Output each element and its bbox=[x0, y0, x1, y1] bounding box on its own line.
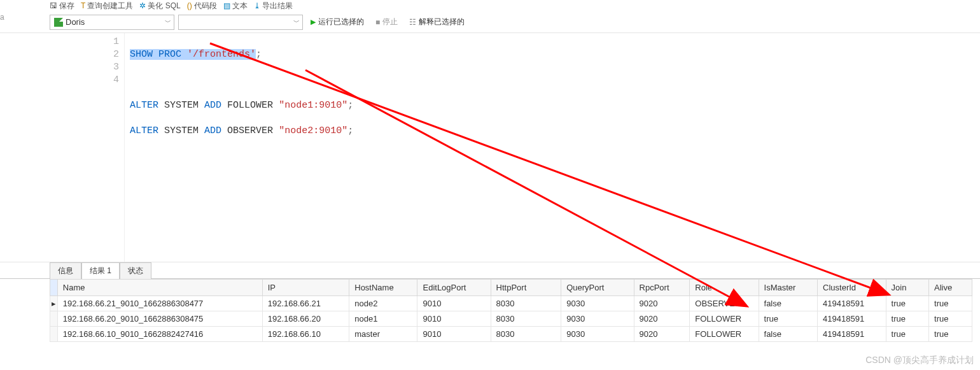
beautify-sql-button[interactable]: ✲美化 SQL bbox=[139, 1, 180, 11]
cell-editlogport[interactable]: 9010 bbox=[417, 327, 491, 342]
text-button[interactable]: ▤文本 bbox=[223, 1, 248, 11]
watermark: CSDN @顶尖高手养成计划 bbox=[865, 355, 974, 366]
col-alive[interactable]: Alive bbox=[929, 280, 972, 296]
save-button[interactable]: 🖫保存 bbox=[50, 1, 74, 11]
code-area[interactable]: SHOW PROC '/frontends'; ALTER SYSTEM ADD… bbox=[125, 33, 980, 262]
cell-join[interactable]: true bbox=[886, 311, 928, 327]
schema-combo[interactable]: ﹀ bbox=[178, 15, 303, 30]
sparkle-icon: ✲ bbox=[139, 1, 146, 10]
row-indicator-header bbox=[50, 280, 58, 296]
cell-queryport[interactable]: 9030 bbox=[561, 327, 634, 342]
cell-clusterid[interactable]: 419418591 bbox=[818, 296, 886, 311]
stop-button[interactable]: ■ 停止 bbox=[372, 17, 402, 27]
cell-ismaster[interactable]: true bbox=[759, 311, 818, 327]
cell-queryport[interactable]: 9030 bbox=[561, 311, 634, 327]
cell-join[interactable]: true bbox=[886, 296, 928, 311]
col-ismaster[interactable]: IsMaster bbox=[759, 280, 818, 296]
col-name[interactable]: Name bbox=[57, 280, 262, 296]
tab-info[interactable]: 信息 bbox=[50, 262, 81, 279]
col-join[interactable]: Join bbox=[886, 280, 928, 296]
cell-name[interactable]: 192.168.66.10_9010_1662882427416 bbox=[57, 327, 262, 342]
chevron-down-icon: ﹀ bbox=[293, 18, 300, 27]
col-httpport[interactable]: HttpPort bbox=[491, 280, 561, 296]
database-value: Doris bbox=[66, 17, 85, 27]
cell-ip[interactable]: 192.168.66.10 bbox=[262, 327, 349, 342]
tab-status[interactable]: 状态 bbox=[120, 262, 151, 279]
col-hostname[interactable]: HostName bbox=[349, 280, 417, 296]
cell-join[interactable]: true bbox=[886, 327, 928, 342]
cell-clusterid[interactable]: 419418591 bbox=[818, 327, 886, 342]
cell-editlogport[interactable]: 9010 bbox=[417, 296, 491, 311]
cell-rpcport[interactable]: 9020 bbox=[634, 311, 690, 327]
cell-rpcport[interactable]: 9020 bbox=[634, 296, 690, 311]
cell-httpport[interactable]: 8030 bbox=[491, 327, 561, 342]
tool-icon: T bbox=[81, 1, 85, 10]
col-role[interactable]: Role bbox=[690, 280, 759, 296]
row-indicator bbox=[50, 327, 58, 342]
cell-alive[interactable]: true bbox=[929, 327, 972, 342]
truncated-sidebar-text: a bbox=[0, 13, 4, 22]
cell-role[interactable]: OBSERVER bbox=[690, 296, 759, 311]
db-icon bbox=[54, 18, 63, 27]
database-combo[interactable]: Doris ﹀ bbox=[50, 15, 174, 30]
save-icon: 🖫 bbox=[50, 1, 57, 10]
query-builder-button[interactable]: T查询创建工具 bbox=[81, 1, 133, 11]
explain-icon: ☷ bbox=[409, 18, 416, 27]
braces-icon: () bbox=[187, 1, 192, 10]
stop-icon: ■ bbox=[375, 18, 380, 27]
cell-clusterid[interactable]: 419418591 bbox=[818, 311, 886, 327]
col-ip[interactable]: IP bbox=[262, 280, 349, 296]
selection-toolbar: Doris ﹀ ﹀ ▶ 运行已选择的 ■ 停止 ☷ 解释已选择的 bbox=[0, 11, 980, 33]
cell-rpcport[interactable]: 9020 bbox=[634, 327, 690, 342]
col-editlogport[interactable]: EditLogPort bbox=[417, 280, 491, 296]
cell-httpport[interactable]: 8030 bbox=[491, 311, 561, 327]
snippet-button[interactable]: ()代码段 bbox=[187, 1, 217, 11]
explain-selected-button[interactable]: ☷ 解释已选择的 bbox=[405, 17, 468, 27]
cell-alive[interactable]: true bbox=[929, 311, 972, 327]
cell-hostname[interactable]: master bbox=[349, 327, 417, 342]
col-queryport[interactable]: QueryPort bbox=[561, 280, 634, 296]
cell-hostname[interactable]: node1 bbox=[349, 311, 417, 327]
table-header-row: Name IP HostName EditLogPort HttpPort Qu… bbox=[50, 280, 972, 296]
col-clusterid[interactable]: ClusterId bbox=[818, 280, 886, 296]
run-selected-button[interactable]: ▶ 运行已选择的 bbox=[307, 17, 368, 27]
cell-ip[interactable]: 192.168.66.21 bbox=[262, 296, 349, 311]
cell-name[interactable]: 192.168.66.21_9010_1662886308477 bbox=[57, 296, 262, 311]
line-gutter: 1 2 3 4 bbox=[50, 33, 125, 262]
cell-role[interactable]: FOLLOWER bbox=[690, 327, 759, 342]
cell-hostname[interactable]: node2 bbox=[349, 296, 417, 311]
cell-alive[interactable]: true bbox=[929, 296, 972, 311]
tab-result-1[interactable]: 结果 1 bbox=[81, 262, 120, 279]
cell-ismaster[interactable]: false bbox=[759, 296, 818, 311]
table-row[interactable]: 192.168.66.20_9010_1662886308475192.168.… bbox=[50, 311, 972, 327]
doc-icon: ▤ bbox=[223, 1, 230, 10]
table-row[interactable]: ▸192.168.66.21_9010_1662886308477192.168… bbox=[50, 296, 972, 311]
chevron-down-icon: ﹀ bbox=[165, 18, 171, 27]
row-indicator: ▸ bbox=[50, 296, 58, 311]
top-toolbar: 🖫保存 T查询创建工具 ✲美化 SQL ()代码段 ▤文本 ⤓导出结果 bbox=[0, 0, 980, 11]
table-row[interactable]: 192.168.66.10_9010_1662882427416192.168.… bbox=[50, 327, 972, 342]
cell-name[interactable]: 192.168.66.20_9010_1662886308475 bbox=[57, 311, 262, 327]
cell-role[interactable]: FOLLOWER bbox=[690, 311, 759, 327]
cell-httpport[interactable]: 8030 bbox=[491, 296, 561, 311]
cell-editlogport[interactable]: 9010 bbox=[417, 311, 491, 327]
col-rpcport[interactable]: RpcPort bbox=[634, 280, 690, 296]
sql-editor[interactable]: 1 2 3 4 SHOW PROC '/frontends'; ALTER SY… bbox=[0, 33, 980, 262]
row-indicator bbox=[50, 311, 58, 327]
cell-queryport[interactable]: 9030 bbox=[561, 296, 634, 311]
results-table[interactable]: Name IP HostName EditLogPort HttpPort Qu… bbox=[50, 279, 972, 342]
result-tabs: 信息 结果 1 状态 bbox=[0, 262, 980, 279]
play-icon: ▶ bbox=[311, 18, 316, 26]
cell-ip[interactable]: 192.168.66.20 bbox=[262, 311, 349, 327]
cell-ismaster[interactable]: false bbox=[759, 327, 818, 342]
export-icon: ⤓ bbox=[254, 1, 260, 10]
export-button[interactable]: ⤓导出结果 bbox=[254, 1, 293, 11]
